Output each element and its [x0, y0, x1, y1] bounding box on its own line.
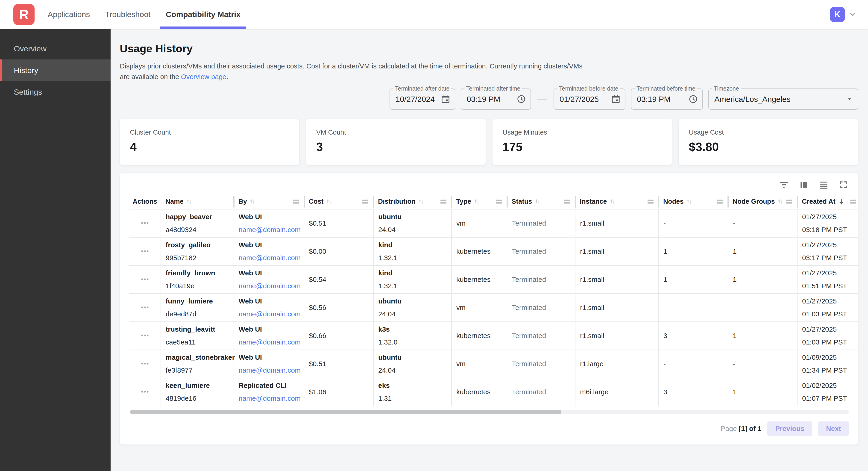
row-email-link[interactable]: name@domain.com: [239, 226, 301, 234]
row-email-link[interactable]: name@domain.com: [239, 338, 301, 346]
row-created-time: 01:51 PM PST: [802, 282, 855, 290]
column-resize-handle[interactable]: [648, 200, 654, 203]
nav-tab-troubleshoot[interactable]: Troubleshoot: [104, 0, 151, 29]
column-resize-handle[interactable]: [293, 200, 299, 203]
column-header-created-at[interactable]: Created At: [797, 194, 858, 209]
row-nodes: 3: [663, 332, 668, 340]
page-prefix: Page: [720, 425, 737, 432]
filter-value[interactable]: America/Los_Angeles: [714, 95, 841, 104]
row-email-link[interactable]: name@domain.com: [239, 366, 301, 374]
avatar[interactable]: K: [830, 7, 845, 22]
dropdown-icon[interactable]: [846, 95, 853, 103]
row-distribution-version: 1.32.0: [378, 338, 448, 346]
column-label: Nodes: [663, 198, 684, 205]
sort-icon[interactable]: [777, 198, 784, 205]
row-email-link[interactable]: name@domain.com: [239, 254, 301, 262]
sidebar-item-settings[interactable]: Settings: [0, 81, 111, 103]
sort-icon[interactable]: [325, 198, 333, 205]
next-page-button[interactable]: Next: [818, 421, 849, 436]
column-header-cost[interactable]: Cost: [304, 194, 373, 209]
filter-terminated-before-time[interactable]: Terminated before time 03:19 PM: [631, 88, 703, 110]
sort-icon[interactable]: [473, 198, 480, 205]
row-distribution: ubuntu: [378, 213, 448, 221]
row-actions-button[interactable]: [139, 273, 151, 286]
calendar-icon[interactable]: [441, 94, 450, 104]
row-actions-button[interactable]: [139, 245, 151, 258]
filter-value[interactable]: 10/27/2024: [396, 95, 436, 104]
sort-icon[interactable]: [249, 198, 256, 205]
filter-value[interactable]: 01/27/2025: [560, 95, 607, 104]
row-status: Terminated: [512, 304, 546, 311]
row-type: kubernetes: [456, 388, 490, 396]
column-header-nodes[interactable]: Nodes: [659, 194, 728, 209]
filter-value[interactable]: 03:19 PM: [467, 95, 512, 104]
sidebar-item-history[interactable]: History: [0, 59, 111, 81]
sort-icon[interactable]: [185, 198, 193, 205]
row-id: a48d9324: [166, 226, 230, 234]
chevron-down-icon[interactable]: [848, 10, 857, 19]
density-button[interactable]: [818, 179, 829, 190]
column-header-node-groups[interactable]: Node Groups: [728, 194, 797, 209]
column-resize-handle[interactable]: [717, 200, 723, 203]
overview-page-link[interactable]: Overview page: [181, 73, 226, 81]
sort-desc-icon[interactable]: [837, 198, 845, 206]
column-header-status[interactable]: Status: [507, 194, 575, 209]
sidebar-item-overview[interactable]: Overview: [0, 38, 111, 59]
more-horiz-icon: [140, 331, 150, 340]
column-header-by[interactable]: By: [234, 194, 304, 209]
row-cost: $0.56: [309, 304, 326, 311]
previous-page-button[interactable]: Previous: [767, 421, 812, 436]
row-cost: $0.51: [309, 219, 326, 227]
filter-button[interactable]: [778, 179, 789, 190]
filter-terminated-after-date[interactable]: Terminated after date 10/27/2024: [390, 88, 455, 110]
columns-button[interactable]: [798, 179, 809, 190]
sort-icon[interactable]: [686, 198, 693, 205]
column-header-type[interactable]: Type: [452, 194, 507, 209]
row-node-groups: -: [733, 304, 735, 311]
calendar-icon[interactable]: [611, 94, 620, 104]
filter-terminated-before-date[interactable]: Terminated before date 01/27/2025: [554, 88, 625, 110]
clock-icon[interactable]: [688, 94, 698, 104]
columns-icon: [799, 180, 809, 190]
row-actions-button[interactable]: [139, 357, 151, 371]
row-email-link[interactable]: name@domain.com: [239, 394, 301, 402]
sort-icon[interactable]: [534, 198, 541, 205]
sort-icon[interactable]: [609, 198, 616, 205]
row-instance: r1.small: [580, 304, 604, 311]
nav-tab-applications[interactable]: Applications: [47, 0, 90, 29]
column-resize-handle[interactable]: [850, 200, 856, 203]
column-header-instance[interactable]: Instance: [575, 194, 659, 209]
row-node-groups: -: [733, 360, 735, 367]
clock-icon[interactable]: [517, 94, 526, 104]
table-row: keen_lumiere4819de16 Replicated CLIname@…: [129, 378, 858, 406]
column-resize-handle[interactable]: [564, 200, 570, 203]
filter-timezone[interactable]: Timezone America/Los_Angeles: [708, 88, 858, 110]
scrollbar-thumb[interactable]: [130, 410, 561, 414]
row-actions-button[interactable]: [139, 329, 151, 343]
column-header-distribution[interactable]: Distribution: [373, 194, 452, 209]
row-status: Terminated: [512, 247, 546, 255]
row-actions-button[interactable]: [139, 301, 151, 314]
filter-label: Terminated after date: [393, 85, 451, 92]
row-actions-button[interactable]: [139, 385, 151, 399]
stat-card-usage-minutes: Usage Minutes 175: [493, 119, 672, 165]
fullscreen-button[interactable]: [838, 179, 849, 190]
nav-tab-compatibility-matrix[interactable]: Compatibility Matrix: [165, 0, 241, 29]
row-email-link[interactable]: name@domain.com: [239, 310, 301, 318]
column-header-name[interactable]: Name: [161, 194, 234, 209]
column-resize-handle[interactable]: [496, 200, 502, 203]
filter-terminated-after-time[interactable]: Terminated after time 03:19 PM: [461, 88, 531, 110]
column-resize-handle[interactable]: [786, 200, 792, 203]
filter-value[interactable]: 03:19 PM: [637, 95, 684, 104]
sort-icon[interactable]: [417, 198, 425, 205]
row-email-link[interactable]: name@domain.com: [239, 282, 301, 290]
replicated-logo[interactable]: R: [13, 4, 35, 25]
column-resize-handle[interactable]: [440, 200, 446, 203]
account-menu[interactable]: K: [830, 7, 857, 22]
filter-label: Terminated before date: [557, 85, 620, 92]
primary-tabs: ApplicationsTroubleshootCompatibility Ma…: [47, 0, 241, 29]
row-actions-button[interactable]: [139, 217, 151, 230]
page-title: Usage History: [120, 42, 858, 55]
more-horiz-icon: [140, 274, 150, 284]
column-resize-handle[interactable]: [362, 200, 368, 203]
